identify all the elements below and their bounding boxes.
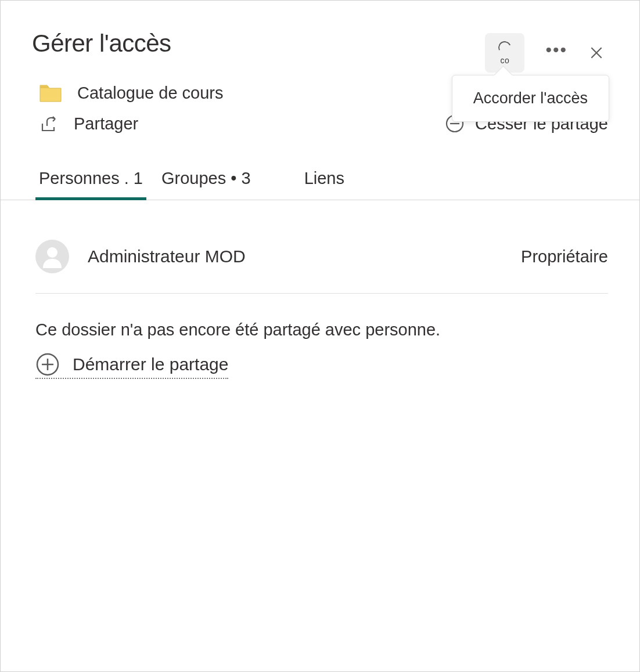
tab-links-label: Liens (304, 169, 344, 187)
empty-state: Ce dossier n'a pas encore été partagé av… (1, 294, 639, 379)
tab-separator: . (124, 169, 134, 187)
people-list: Administrateur MOD Propriétaire (1, 200, 639, 294)
start-sharing-label: Démarrer le partage (73, 355, 228, 374)
person-info: Administrateur MOD (35, 240, 246, 273)
share-icon (39, 113, 60, 134)
grant-access-tooltip: Accorder l'accès (452, 75, 609, 122)
start-sharing-button[interactable]: Démarrer le partage (35, 352, 228, 379)
tab-people-count: 1 (134, 169, 143, 187)
tab-spacer (266, 169, 289, 200)
avatar (35, 240, 69, 273)
tab-groups[interactable]: Groupes • 3 (158, 169, 254, 200)
empty-message: Ce dossier n'a pas encore été partagé av… (35, 320, 608, 339)
grant-code-label: co (501, 56, 510, 65)
plus-circle-icon (35, 352, 60, 377)
close-icon[interactable] (588, 45, 605, 61)
folder-name: Catalogue de cours (77, 84, 224, 103)
dialog-title: Gérer l'accès (32, 30, 485, 57)
more-options-icon[interactable]: ••• (545, 41, 567, 64)
person-icon (39, 244, 65, 269)
tab-groups-label: Groupes (161, 169, 226, 187)
tab-separator: • (231, 169, 241, 187)
person-name: Administrateur MOD (88, 247, 246, 266)
tab-links[interactable]: Liens (301, 169, 348, 200)
person-row: Administrateur MOD Propriétaire (35, 212, 608, 294)
share-button[interactable]: Partager (39, 113, 138, 134)
svg-point-4 (47, 247, 57, 258)
dialog-header: Gérer l'accès co ••• (1, 1, 639, 78)
tab-people[interactable]: Personnes . 1 (35, 169, 146, 200)
tab-people-label: Personnes (39, 169, 120, 187)
share-label: Partager (74, 114, 138, 133)
grant-access-button[interactable]: co (485, 33, 524, 73)
spinner-icon (497, 39, 513, 55)
folder-icon (39, 83, 62, 103)
person-role: Propriétaire (521, 247, 608, 266)
header-title-area: Gérer l'accès (32, 30, 485, 57)
tab-groups-count: 3 (242, 169, 251, 187)
tabs-bar: Personnes . 1 Groupes • 3 Liens (1, 151, 639, 200)
